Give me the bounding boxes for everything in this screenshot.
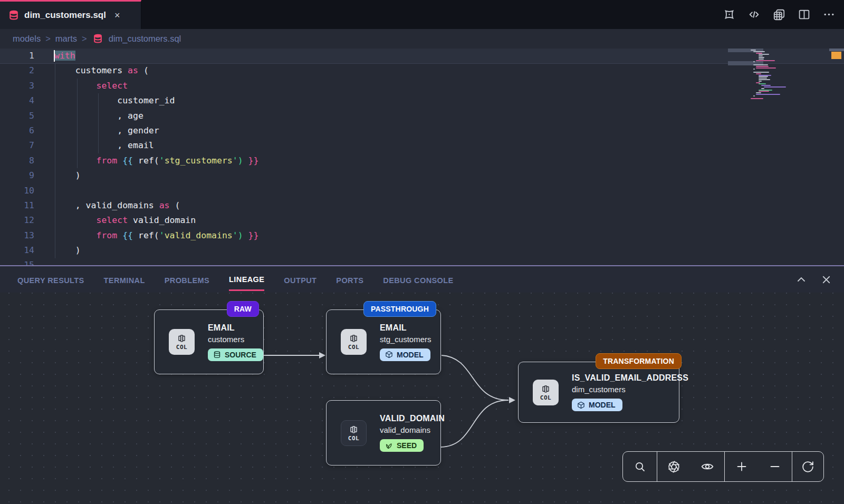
columns-icon <box>176 333 187 343</box>
indent-guide <box>55 63 55 258</box>
node-model-name: dim_customers <box>572 385 688 394</box>
line-number: 2 <box>0 63 42 78</box>
database-icon <box>8 10 19 21</box>
copy-tables-icon[interactable] <box>772 8 786 22</box>
line-number: 12 <box>0 213 42 228</box>
passthrough-badge: PASSTHROUGH <box>363 301 436 317</box>
minimap[interactable] <box>749 49 815 116</box>
aperture-icon[interactable] <box>657 452 691 481</box>
editor-tab-bar: dim_customers.sql × <box>0 0 844 29</box>
line-number: 3 <box>0 79 42 93</box>
code-line-15[interactable]: 15 <box>0 258 844 265</box>
lineage-node-stg-customers[interactable]: PASSTHROUGH COL EMAIL stg_customers <box>326 309 441 374</box>
code-line-12[interactable]: 12 select valid_domain <box>0 213 844 228</box>
vertical-scrollbar[interactable] <box>829 49 844 265</box>
zoom-in-icon[interactable] <box>725 452 759 481</box>
breadcrumb-models[interactable]: models <box>13 34 41 44</box>
line-number: 6 <box>0 123 42 138</box>
scrollbar-orange-marker <box>831 52 841 59</box>
panel-tab-query-results[interactable]: QUERY RESULTS <box>17 269 84 290</box>
panel-tab-output[interactable]: OUTPUT <box>284 269 316 290</box>
node-model-name: valid_domains <box>380 425 445 434</box>
raw-badge: RAW <box>227 301 259 317</box>
lineage-node-dim-customers[interactable]: TRANSFORMATION COL IS_VALID_EMAIL_ADDRES… <box>518 362 679 423</box>
breadcrumb-file[interactable]: dim_customers.sql <box>109 34 181 44</box>
ide-window: dim_customers.sql × <box>0 0 844 504</box>
lineage-toolbar <box>622 451 824 482</box>
line-number: 8 <box>0 153 42 168</box>
model-badge: MODEL <box>572 399 622 411</box>
node-model-name: stg_customers <box>380 335 431 344</box>
line-number: 9 <box>0 168 42 183</box>
zoom-out-icon[interactable] <box>759 452 792 481</box>
lineage-canvas[interactable]: RAW COL EMAIL customers <box>0 293 844 504</box>
columns-icon <box>540 384 551 394</box>
dbt-pinwheel-icon[interactable] <box>723 8 736 21</box>
line-number: 7 <box>0 138 42 153</box>
database-icon <box>93 34 103 44</box>
panel-tab-ports[interactable]: PORTS <box>336 269 363 290</box>
bottom-panel: QUERY RESULTS TERMINAL PROBLEMS LINEAGE … <box>0 265 844 504</box>
code-line-7[interactable]: 7 , email <box>0 138 844 153</box>
panel-tab-problems[interactable]: PROBLEMS <box>165 269 209 290</box>
line-number: 14 <box>0 243 42 258</box>
node-column-name: VALID_DOMAIN <box>380 414 445 423</box>
panel-tab-bar: QUERY RESULTS TERMINAL PROBLEMS LINEAGE … <box>0 266 844 293</box>
database-icon <box>213 351 221 358</box>
code-line-8[interactable]: 8 from {{ ref('stg_customers') }} <box>0 153 844 168</box>
lineage-node-valid-domains[interactable]: COL VALID_DOMAIN valid_domains SEED <box>326 400 441 466</box>
model-badge: MODEL <box>380 348 430 361</box>
indent-guide <box>77 79 78 168</box>
cube-icon <box>385 351 393 358</box>
breadcrumb: models > marts > dim_customers.sql <box>0 29 844 49</box>
search-icon[interactable] <box>623 452 657 481</box>
column-chip: COL <box>533 380 559 405</box>
panel-tab-debug-console[interactable]: DEBUG CONSOLE <box>383 269 453 290</box>
code-line-11[interactable]: 11 , valid_domains as ( <box>0 198 844 213</box>
code-line-14[interactable]: 14 ) <box>0 243 844 258</box>
close-icon[interactable] <box>820 274 832 286</box>
eye-icon[interactable] <box>691 452 725 481</box>
panel-tab-lineage[interactable]: LINEAGE <box>229 268 264 291</box>
code-line-10[interactable]: 10 <box>0 183 844 198</box>
code-line-9[interactable]: 9 ) <box>0 168 844 183</box>
code-editor[interactable]: 1with2 customers as (3 select4 customer_… <box>0 49 844 265</box>
breadcrumb-separator: > <box>45 34 51 44</box>
columns-icon <box>348 333 359 343</box>
code-icon[interactable] <box>747 8 761 21</box>
node-model-name: customers <box>208 335 263 344</box>
tab-close-icon[interactable]: × <box>114 11 120 20</box>
code-line-13[interactable]: 13 from {{ ref('valid_domains') }} <box>0 228 844 243</box>
editor-actions <box>723 0 836 29</box>
refresh-icon[interactable] <box>792 452 823 481</box>
code-line-4[interactable]: 4 customer_id <box>0 93 844 108</box>
code-lines: 1with2 customers as (3 select4 customer_… <box>0 49 844 265</box>
line-number: 10 <box>0 183 42 198</box>
breadcrumb-marts[interactable]: marts <box>55 34 77 44</box>
split-editor-icon[interactable] <box>798 8 811 21</box>
breadcrumb-separator: > <box>82 34 87 44</box>
source-badge: SOURCE <box>208 348 263 361</box>
lineage-node-customers[interactable]: RAW COL EMAIL customers <box>154 309 264 374</box>
node-column-name: EMAIL <box>208 323 263 333</box>
line-number: 4 <box>0 93 42 108</box>
line-number: 11 <box>0 198 42 213</box>
code-line-6[interactable]: 6 , gender <box>0 123 844 138</box>
scrollbar-slider[interactable] <box>829 49 844 51</box>
tab-dim-customers-sql[interactable]: dim_customers.sql × <box>0 0 141 29</box>
code-line-1[interactable]: 1with <box>0 49 844 63</box>
node-column-name: EMAIL <box>380 323 431 333</box>
column-chip: COL <box>169 329 195 355</box>
code-line-3[interactable]: 3 select <box>0 79 844 93</box>
collapse-chevron-up-icon[interactable] <box>795 273 808 286</box>
panel-controls <box>795 266 832 293</box>
code-line-2[interactable]: 2 customers as ( <box>0 63 844 78</box>
seed-badge: SEED <box>380 439 424 452</box>
line-number: 5 <box>0 109 42 123</box>
panel-tab-terminal[interactable]: TERMINAL <box>104 269 145 290</box>
indent-guide <box>98 93 99 153</box>
tab-label: dim_customers.sql <box>24 10 106 21</box>
cube-icon <box>577 401 585 409</box>
more-icon[interactable] <box>822 8 836 21</box>
code-line-5[interactable]: 5 , age <box>0 109 844 123</box>
